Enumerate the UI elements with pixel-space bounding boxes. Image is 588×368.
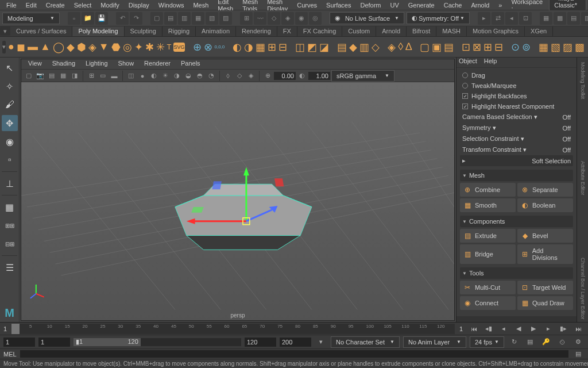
section-components[interactable]: Components — [460, 216, 573, 227]
menu-mesh[interactable]: Mesh — [189, 1, 212, 9]
range-menu-icon[interactable]: ▾ — [315, 338, 327, 347]
snap-point-icon[interactable]: ◇ — [268, 12, 280, 25]
snap-live-icon[interactable]: ◉ — [295, 12, 308, 25]
shelf-tab-fx[interactable]: FX — [277, 26, 297, 36]
retopo-icon[interactable]: ⊟ — [278, 39, 287, 56]
comp-extrude[interactable]: ▤Extrude — [460, 229, 516, 243]
uv1-icon[interactable]: ▦ — [539, 39, 548, 56]
pt-bookmark[interactable]: ▤ — [47, 71, 57, 81]
selection-constraint[interactable]: Selection Constraint ▾Off — [460, 133, 573, 144]
shelf-tab-mash[interactable]: MASH — [436, 26, 467, 36]
pm-lighting[interactable]: Lighting — [81, 59, 113, 69]
pt-sel-cam[interactable]: ▢ — [24, 71, 34, 81]
menu-edit[interactable]: Edit — [22, 1, 41, 9]
menu-modify[interactable]: Modify — [96, 1, 123, 9]
shelf-tab-rigging[interactable]: Rigging — [163, 26, 196, 36]
quaddraw-icon[interactable]: ▢ — [420, 39, 430, 56]
last-tool[interactable]: ⊥ — [2, 175, 18, 191]
menu-windows[interactable]: Windows — [154, 1, 188, 9]
menu-select[interactable]: Select — [70, 1, 96, 9]
menu-arnold[interactable]: Arnold — [467, 1, 493, 9]
tool-connect[interactable]: ◉Connect — [460, 296, 516, 310]
sel-vertex-icon[interactable]: ▢ — [150, 12, 163, 25]
pt-motion[interactable]: ◓ — [195, 71, 205, 81]
shelf-tab-custom[interactable]: Custom — [342, 26, 376, 36]
shelf-tab-arnold[interactable]: Arnold — [376, 26, 407, 36]
menu-generate[interactable]: Generate — [404, 1, 439, 9]
tool-targetweld[interactable]: ⊡Target Weld — [517, 281, 573, 294]
shelf-edit-icon[interactable]: ▾ — [2, 41, 6, 53]
render-seq-icon[interactable]: ▤ — [567, 12, 580, 25]
pt-ao[interactable]: ◒ — [183, 71, 194, 81]
play-back[interactable]: ◀ — [512, 324, 525, 334]
bridge-icon[interactable]: ▥ — [359, 39, 369, 56]
section-tools[interactable]: Tools — [460, 267, 573, 279]
sel-multi-icon[interactable]: ▨ — [219, 12, 232, 25]
pt-grid[interactable]: ⊞ — [86, 71, 96, 81]
tool-multicut[interactable]: ✂Multi-Cut — [460, 281, 516, 294]
tab-modeling-toolkit[interactable]: Modeling Toolkit — [579, 60, 587, 101]
shelf-tab-curves[interactable]: Curves / Surfaces — [10, 26, 72, 36]
snap-curve-icon[interactable]: 〰 — [254, 12, 266, 25]
multicut-icon[interactable]: ◈ — [388, 39, 396, 56]
range-bar[interactable]: ▮1120 — [74, 338, 241, 346]
mesh-smooth[interactable]: ▦Smooth — [460, 198, 516, 212]
rb-loop-icon[interactable]: ↻ — [508, 338, 520, 347]
pm-panels[interactable]: Panels — [176, 59, 205, 69]
time-ruler[interactable]: 5101520253035404550556065707580859095100… — [11, 324, 455, 334]
play-fwd[interactable]: ▶ — [527, 324, 540, 334]
menu-create[interactable]: Create — [42, 1, 69, 9]
section-mesh[interactable]: Mesh — [460, 170, 573, 181]
reduce-icon[interactable]: ▦ — [256, 39, 265, 56]
range-anim-start[interactable]: 1 — [3, 338, 35, 347]
bevel-icon[interactable]: ◆ — [349, 39, 357, 56]
connect-icon[interactable]: ∆ — [405, 39, 412, 56]
targetweld-icon[interactable]: ◊ — [398, 39, 403, 56]
planar-icon[interactable]: ▤ — [444, 39, 454, 56]
tab-attribute-editor[interactable]: Attribute Editor — [579, 159, 587, 198]
pt-textured[interactable]: ◐ — [149, 71, 159, 81]
ml4-icon[interactable]: ⊟ — [494, 39, 503, 56]
layout-four-icon[interactable]: ⊞⊞ — [2, 217, 18, 233]
pt-smooth[interactable]: ● — [137, 71, 148, 81]
pt-lights[interactable]: ☀ — [160, 71, 171, 81]
layout-collapse-icon[interactable]: ☰ — [2, 259, 18, 275]
pt-xray[interactable]: ◇ — [234, 71, 245, 81]
pt-wire[interactable]: ◫ — [126, 71, 136, 81]
paint-select-tool[interactable]: 🖌 — [2, 97, 18, 113]
plat-solids-icon[interactable]: ◈ — [88, 39, 96, 56]
crease-icon[interactable]: ▣ — [432, 39, 442, 56]
script-editor-icon[interactable]: ▤ — [572, 350, 585, 359]
comp-bevel[interactable]: ◆Bevel — [517, 229, 573, 243]
layout-outliner-icon[interactable]: ⊟⊞ — [2, 236, 18, 252]
render-icon[interactable]: ▦ — [540, 12, 552, 25]
shelf-tab-xgen[interactable]: XGen — [525, 26, 553, 36]
sculpt-grab-icon[interactable]: ⊙ — [511, 39, 520, 56]
shelf-tab-bifrost[interactable]: Bifrost — [407, 26, 436, 36]
color-mgmt-dd[interactable]: sRGB gamma▼ — [331, 70, 394, 82]
mesh-boolean[interactable]: ◐Boolean — [517, 198, 573, 212]
open-scene-icon[interactable]: 📁 — [82, 12, 94, 25]
cmd-lang[interactable]: MEL — [3, 351, 17, 358]
pt-film-gate[interactable]: ▭ — [98, 71, 108, 81]
pt-xj[interactable]: ◈ — [246, 71, 256, 81]
ml2-icon[interactable]: ⊠ — [473, 39, 481, 56]
pt-iso[interactable]: ◊ — [223, 71, 233, 81]
poly-prism-icon[interactable]: ⬣ — [111, 39, 121, 56]
menu-surfaces[interactable]: Surfaces — [322, 1, 355, 9]
undo-icon[interactable]: ↶ — [116, 12, 129, 25]
new-scene-icon[interactable]: ▫ — [68, 12, 80, 25]
render-settings-icon[interactable]: ▥ — [581, 12, 588, 25]
extrude-icon[interactable]: ▤ — [337, 39, 347, 56]
character-set[interactable]: No Character Set▼ — [331, 336, 400, 348]
pt-gamma-val[interactable]: 1.00 — [308, 72, 330, 80]
sculpt-smooth-icon[interactable]: ⊚ — [522, 39, 531, 56]
cg-in-icon[interactable]: ▸ — [478, 12, 490, 25]
pm-shading[interactable]: Shading — [48, 59, 80, 69]
add-div-icon[interactable]: ◇ — [372, 39, 380, 56]
range-end[interactable]: 120 — [245, 338, 276, 347]
poly-cone-icon[interactable]: ▲ — [40, 39, 51, 56]
transform-constraint[interactable]: Transform Constraint ▾Off — [460, 144, 573, 155]
rp-object[interactable]: Object — [459, 57, 477, 67]
separate-icon[interactable]: ⊗ — [204, 39, 212, 56]
